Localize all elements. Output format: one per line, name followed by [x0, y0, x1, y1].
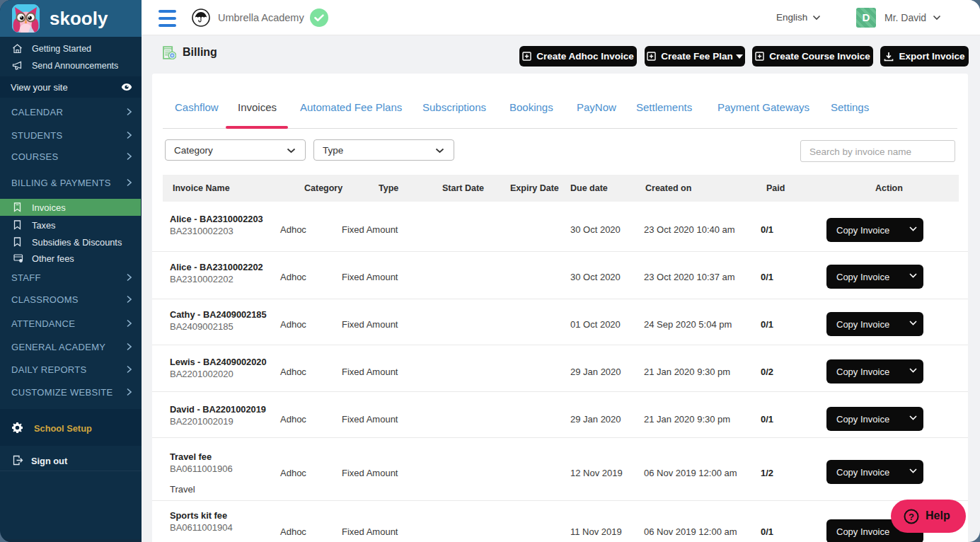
svg-text:?: ? — [909, 512, 914, 522]
